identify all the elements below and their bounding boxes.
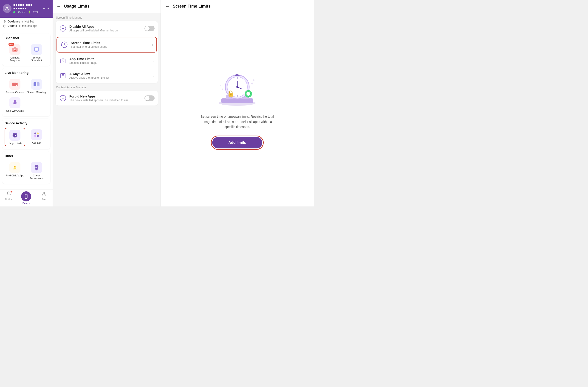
svg-rect-6: [14, 47, 16, 48]
nav-me[interactable]: Me: [35, 190, 53, 207]
screen-time-chevron: ›: [152, 43, 153, 47]
username: ■■■■■ ■■■ ■■■■■■: [13, 3, 43, 10]
bottom-nav: Notice Device Me: [0, 189, 53, 207]
right-title: Screen Time Limits: [173, 4, 211, 9]
app-list-item[interactable]: App List: [26, 128, 47, 146]
screen-time-limits-subtitle: Set total time of screen usage: [71, 45, 152, 48]
add-limits-btn[interactable]: Add limits: [212, 137, 262, 148]
online-indicator: [13, 11, 15, 13]
find-childs-app-item[interactable]: Find Child's App: [5, 161, 25, 181]
svg-rect-9: [35, 51, 38, 52]
screen-snapshot-label: Screen Snapshot: [27, 56, 46, 62]
nav-notice[interactable]: Notice: [0, 190, 18, 207]
middle-scroll: Screen Time Manage Disable All Apps All …: [53, 13, 161, 207]
forbid-new-apps-text: Forbid New Apps The newly installed apps…: [69, 95, 145, 102]
illustration-description: Set screen time or timespan limits. Rest…: [198, 114, 276, 129]
middle-title: Usage Limits: [64, 4, 90, 9]
svg-marker-11: [16, 83, 18, 86]
screen-time-limits-text: Screen Time Limits Set total time of scr…: [71, 41, 152, 48]
disable-icon-wrap: [59, 24, 67, 33]
right-header: ← Screen Time Limits: [161, 0, 314, 13]
usage-limits-label: Usage Limits: [8, 142, 22, 145]
snapshot-grid: New Camera Snapshot Screen Snapshot: [5, 43, 48, 63]
right-back-btn[interactable]: ←: [165, 4, 170, 9]
left-panel: ■■■■■ ■■■ ■■■■■■ Online 🔋 25% ▾ + Geofen…: [0, 0, 53, 207]
snapshot-title: Snapshot: [5, 36, 48, 40]
one-way-audio-item[interactable]: One-Way Audio: [5, 96, 25, 114]
forbid-new-apps-title: Forbid New Apps: [69, 95, 145, 98]
status-text: Online: [18, 11, 25, 14]
nav-notice-label: Notice: [5, 198, 12, 201]
person-icon: [41, 191, 46, 197]
screen-time-limits-title: Screen Time Limits: [71, 41, 152, 45]
bell-icon: [6, 191, 11, 197]
right-panel: ← Screen Time Limits: [161, 0, 314, 207]
svg-rect-13: [37, 82, 40, 86]
disable-all-apps-item[interactable]: Disable All Apps All apps will be disabl…: [56, 21, 158, 36]
svg-point-45: [251, 83, 253, 84]
dropdown-btn[interactable]: ▾: [43, 6, 45, 11]
svg-line-35: [63, 61, 64, 62]
other-section: Other Find Child's App Check Permissions: [2, 151, 50, 184]
disable-all-apps-toggle[interactable]: [145, 26, 155, 31]
live-monitoring-section: Live Monitoring Remote Camera Screen Mir…: [2, 68, 50, 116]
other-title: Other: [5, 154, 48, 158]
svg-point-1: [4, 21, 5, 21]
screen-time-limits-item[interactable]: Screen Time Limits Set total time of scr…: [57, 37, 157, 53]
svg-point-0: [6, 7, 8, 8]
left-scroll: Snapshot New Camera Snapshot Screen Snap…: [0, 31, 53, 189]
usage-limits-item[interactable]: Usage Limits: [5, 128, 25, 146]
geofence-value: Not Set: [24, 20, 34, 23]
svg-point-61: [247, 92, 250, 96]
screen-time-manage-card: Disable All Apps All apps will be disabl…: [56, 21, 158, 83]
illustration: [214, 71, 260, 109]
app-time-limits-item[interactable]: App Time Limits Set time limits for apps…: [56, 54, 158, 68]
clock-icon-wrap: [60, 41, 68, 49]
add-btn[interactable]: +: [47, 6, 50, 11]
right-content: Set screen time or timespan limits. Rest…: [161, 13, 314, 207]
update-value: 48 minutes ago: [18, 24, 37, 28]
svg-point-48: [220, 85, 221, 86]
find-childs-app-label: Find Child's App: [6, 174, 24, 177]
live-monitoring-grid: Remote Camera Screen Mirroring One-Way A…: [5, 77, 48, 114]
always-allow-chevron: ›: [153, 74, 155, 78]
nav-device[interactable]: Device: [18, 190, 35, 207]
snapshot-section: Snapshot New Camera Snapshot Screen Snap…: [2, 34, 50, 66]
svg-rect-20: [37, 133, 39, 135]
geofence-label: Geofence: [8, 20, 20, 23]
timer-icon-wrap: [59, 57, 67, 65]
nav-device-label: Device: [22, 202, 30, 205]
user-info: ■■■■■ ■■■ ■■■■■■ Online 🔋 25%: [13, 3, 43, 14]
always-allow-text: Always Allow Always allow the apps on th…: [69, 72, 153, 79]
svg-point-5: [14, 49, 16, 50]
live-monitoring-title: Live Monitoring: [5, 71, 48, 75]
camera-snapshot-item[interactable]: New Camera Snapshot: [5, 43, 25, 63]
app-time-limits-title: App Time Limits: [69, 57, 153, 61]
screen-time-manage-label: Screen Time Manage: [56, 16, 158, 19]
screen-mirroring-item[interactable]: Screen Mirroring: [26, 77, 47, 95]
screen-mirroring-label: Screen Mirroring: [27, 91, 46, 94]
device-nav-bg: [21, 191, 31, 201]
screen-snapshot-item[interactable]: Screen Snapshot: [26, 43, 47, 63]
forbid-new-apps-item[interactable]: Forbid New Apps The newly installed apps…: [56, 91, 158, 106]
app-time-chevron: ›: [153, 59, 155, 63]
battery-text: 25%: [33, 11, 38, 14]
forbid-new-apps-toggle[interactable]: [145, 96, 155, 101]
forbid-icon-wrap: [59, 94, 67, 102]
svg-rect-21: [34, 135, 36, 137]
device-activity-title: Device Activity: [5, 121, 48, 125]
one-way-audio-label: One-Way Audio: [6, 109, 24, 112]
notice-badge: [11, 191, 12, 193]
disable-all-apps-subtitle: All apps will be disabled after turning …: [69, 29, 145, 32]
middle-back-btn[interactable]: ←: [57, 4, 61, 9]
check-permissions-item[interactable]: Check Permissions: [26, 161, 47, 181]
svg-rect-25: [25, 194, 27, 198]
svg-point-63: [230, 94, 231, 96]
geofence-dot: [21, 21, 23, 22]
svg-point-27: [43, 192, 44, 194]
device-info: Geofence Not Set Update 48 minutes ago: [0, 18, 53, 31]
device-activity-grid: Usage Limits App List: [5, 128, 48, 146]
always-allow-item[interactable]: Always Allow Always allow the apps on th…: [56, 68, 158, 83]
remote-camera-item[interactable]: Remote Camera: [5, 77, 25, 95]
app-time-limits-subtitle: Set time limits for apps: [69, 61, 153, 64]
